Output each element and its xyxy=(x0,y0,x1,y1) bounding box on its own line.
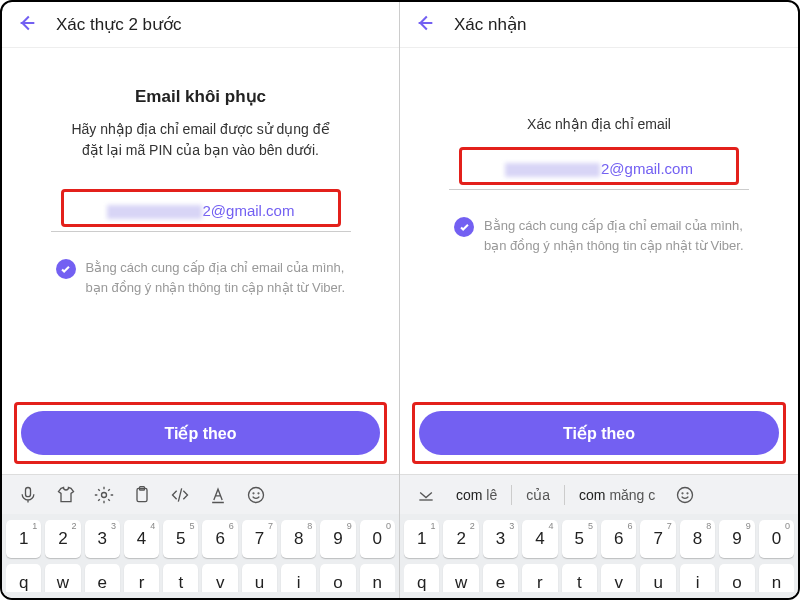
screen-right: Xác nhận Xác nhận địa chỉ email 2@gmail.… xyxy=(400,2,798,598)
page-heading: Email khôi phục xyxy=(135,86,266,107)
key-2[interactable]: 22 xyxy=(45,520,80,558)
keyboard-suggestion-bar xyxy=(2,474,399,514)
keyboard-row-letters: qwertvuion xyxy=(6,564,395,592)
suggestion-word-2[interactable]: của xyxy=(518,487,558,503)
key-2[interactable]: 22 xyxy=(443,520,478,558)
check-circle-icon[interactable] xyxy=(56,259,76,279)
page-subtext: Xác nhận địa chỉ email xyxy=(527,114,671,135)
key-0[interactable]: 00 xyxy=(759,520,794,558)
consent-text: Bằng cách cung cấp địa chỉ email của mìn… xyxy=(484,216,744,255)
key-7[interactable]: 77 xyxy=(640,520,675,558)
back-arrow-icon[interactable] xyxy=(16,12,38,38)
key-7[interactable]: 77 xyxy=(242,520,277,558)
check-circle-icon[interactable] xyxy=(454,217,474,237)
key-1[interactable]: 11 xyxy=(6,520,41,558)
clipboard-icon[interactable] xyxy=(126,479,158,511)
consent-row[interactable]: Bằng cách cung cấp địa chỉ email của mìn… xyxy=(454,216,744,255)
svg-point-6 xyxy=(258,492,259,493)
primary-button-highlight: Tiếp theo xyxy=(412,402,786,464)
content: Email khôi phục Hãy nhập địa chỉ email đ… xyxy=(2,48,399,402)
key-0[interactable]: 00 xyxy=(360,520,395,558)
key-3[interactable]: 33 xyxy=(85,520,120,558)
key-w[interactable]: w xyxy=(443,564,478,592)
email-redacted xyxy=(505,163,600,177)
key-o[interactable]: o xyxy=(320,564,355,592)
email-input-highlight[interactable]: 2@gmail.com xyxy=(61,189,341,227)
key-8[interactable]: 88 xyxy=(680,520,715,558)
key-u[interactable]: u xyxy=(640,564,675,592)
key-n[interactable]: n xyxy=(360,564,395,592)
email-input-highlight[interactable]: 2@gmail.com xyxy=(459,147,739,185)
key-9[interactable]: 99 xyxy=(320,520,355,558)
keyboard-row-numbers: 11223344556677889900 xyxy=(404,520,794,558)
collapse-keyboard-icon[interactable] xyxy=(410,479,442,511)
keyboard[interactable]: 11223344556677889900 qwertvuion xyxy=(2,514,399,598)
settings-icon[interactable] xyxy=(88,479,120,511)
key-6[interactable]: 66 xyxy=(202,520,237,558)
email-redacted xyxy=(107,205,202,219)
key-v[interactable]: v xyxy=(202,564,237,592)
separator xyxy=(511,485,512,505)
keyboard-row-numbers: 11223344556677889900 xyxy=(6,520,395,558)
key-o[interactable]: o xyxy=(719,564,754,592)
key-q[interactable]: q xyxy=(6,564,41,592)
page-subtext: Hãy nhập địa chỉ email được sử dụng để đ… xyxy=(61,119,341,161)
key-1[interactable]: 11 xyxy=(404,520,439,558)
key-r[interactable]: r xyxy=(124,564,159,592)
back-arrow-icon[interactable] xyxy=(414,12,436,38)
svg-point-7 xyxy=(678,487,693,502)
code-icon[interactable] xyxy=(164,479,196,511)
keyboard-suggestion-bar: com lê của com măng c xyxy=(400,474,798,514)
text-format-icon[interactable] xyxy=(202,479,234,511)
key-5[interactable]: 55 xyxy=(163,520,198,558)
svg-point-8 xyxy=(682,492,683,493)
key-u[interactable]: u xyxy=(242,564,277,592)
key-v[interactable]: v xyxy=(601,564,636,592)
emoji-icon[interactable] xyxy=(240,479,272,511)
consent-row[interactable]: Bằng cách cung cấp địa chỉ email của mìn… xyxy=(56,258,346,297)
input-underline xyxy=(449,189,749,190)
suggestion-word-1[interactable]: com lê xyxy=(448,487,505,503)
content: Xác nhận địa chỉ email 2@gmail.com Bằng … xyxy=(400,48,798,402)
svg-point-9 xyxy=(687,492,688,493)
key-n[interactable]: n xyxy=(759,564,794,592)
header: Xác thực 2 bước xyxy=(2,2,399,48)
continue-button[interactable]: Tiếp theo xyxy=(21,411,380,455)
tshirt-icon[interactable] xyxy=(50,479,82,511)
key-6[interactable]: 66 xyxy=(601,520,636,558)
key-4[interactable]: 44 xyxy=(522,520,557,558)
key-4[interactable]: 44 xyxy=(124,520,159,558)
header-title: Xác nhận xyxy=(454,14,526,35)
svg-rect-0 xyxy=(26,487,31,496)
email-value: 2@gmail.com xyxy=(203,202,295,219)
key-e[interactable]: e xyxy=(85,564,120,592)
key-t[interactable]: t xyxy=(163,564,198,592)
key-9[interactable]: 99 xyxy=(719,520,754,558)
key-i[interactable]: i xyxy=(281,564,316,592)
key-q[interactable]: q xyxy=(404,564,439,592)
key-i[interactable]: i xyxy=(680,564,715,592)
key-5[interactable]: 55 xyxy=(562,520,597,558)
header: Xác nhận xyxy=(400,2,798,48)
keyboard[interactable]: 11223344556677889900 qwertvuion xyxy=(400,514,798,598)
key-t[interactable]: t xyxy=(562,564,597,592)
header-title: Xác thực 2 bước xyxy=(56,14,182,35)
key-8[interactable]: 88 xyxy=(281,520,316,558)
email-value: 2@gmail.com xyxy=(601,160,693,177)
mic-icon[interactable] xyxy=(12,479,44,511)
key-w[interactable]: w xyxy=(45,564,80,592)
emoji-icon[interactable] xyxy=(669,479,701,511)
continue-button[interactable]: Tiếp theo xyxy=(419,411,779,455)
key-e[interactable]: e xyxy=(483,564,518,592)
separator xyxy=(564,485,565,505)
primary-button-highlight: Tiếp theo xyxy=(14,402,387,464)
svg-point-5 xyxy=(253,492,254,493)
consent-text: Bằng cách cung cấp địa chỉ email của mìn… xyxy=(86,258,346,297)
screen-left: Xác thực 2 bước Email khôi phục Hãy nhập… xyxy=(2,2,400,598)
key-r[interactable]: r xyxy=(522,564,557,592)
keyboard-row-letters: qwertvuion xyxy=(404,564,794,592)
input-underline xyxy=(51,231,351,232)
suggestion-word-3[interactable]: com măng c xyxy=(571,487,663,503)
svg-point-4 xyxy=(249,487,264,502)
key-3[interactable]: 33 xyxy=(483,520,518,558)
